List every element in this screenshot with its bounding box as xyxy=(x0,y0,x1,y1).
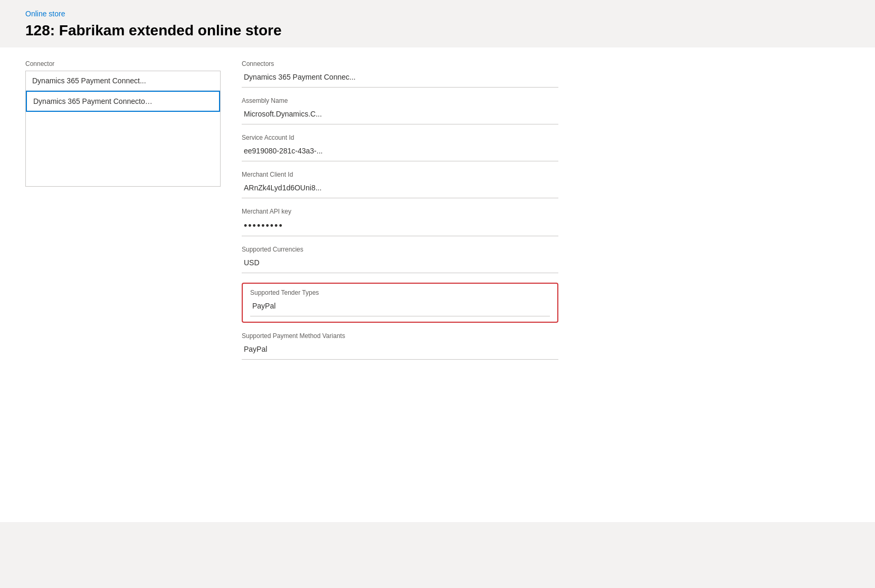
connector-list: Dynamics 365 Payment Connect... Dynamics… xyxy=(25,71,221,187)
field-value-merchant-api-key: ••••••••• xyxy=(242,217,558,236)
field-supported-payment-method-variants: Supported Payment Method Variants PayPal xyxy=(242,332,558,360)
field-value-supported-currencies: USD xyxy=(242,255,558,273)
field-label-supported-currencies: Supported Currencies xyxy=(242,246,558,253)
field-label-assembly-name: Assembly Name xyxy=(242,97,558,104)
breadcrumb[interactable]: Online store xyxy=(25,9,65,18)
field-value-merchant-client-id: ARnZk4Lyd1d6OUni8... xyxy=(242,180,558,198)
field-label-supported-tender-types: Supported Tender Types xyxy=(250,289,550,296)
header-area: Online store 128: Fabrikam extended onli… xyxy=(0,0,875,39)
field-merchant-client-id: Merchant Client Id ARnZk4Lyd1d6OUni8... xyxy=(242,171,558,198)
field-label-merchant-client-id: Merchant Client Id xyxy=(242,171,558,178)
field-value-supported-payment-method-variants: PayPal xyxy=(242,342,558,360)
field-supported-currencies: Supported Currencies USD xyxy=(242,246,558,273)
field-assembly-name: Assembly Name Microsoft.Dynamics.C... xyxy=(242,97,558,124)
page-wrapper: Online store 128: Fabrikam extended onli… xyxy=(0,0,875,588)
page-title: 128: Fabrikam extended online store xyxy=(25,22,850,39)
field-merchant-api-key: Merchant API key ••••••••• xyxy=(242,208,558,236)
left-panel: Connector Dynamics 365 Payment Connect..… xyxy=(25,60,221,497)
connector-label: Connector xyxy=(25,60,221,68)
field-label-service-account-id: Service Account Id xyxy=(242,134,558,141)
field-value-assembly-name: Microsoft.Dynamics.C... xyxy=(242,107,558,124)
field-value-supported-tender-types: PayPal xyxy=(250,298,550,316)
list-item[interactable]: Dynamics 365 Payment Connecto… xyxy=(26,91,220,112)
field-connectors: Connectors Dynamics 365 Payment Connec..… xyxy=(242,60,558,88)
right-panel: Connectors Dynamics 365 Payment Connec..… xyxy=(242,60,558,497)
field-label-merchant-api-key: Merchant API key xyxy=(242,208,558,215)
content-area: Connector Dynamics 365 Payment Connect..… xyxy=(0,47,875,522)
field-service-account-id: Service Account Id ee919080-281c-43a3-..… xyxy=(242,134,558,161)
list-item[interactable]: Dynamics 365 Payment Connect... xyxy=(26,71,220,91)
field-supported-tender-types-highlighted: Supported Tender Types PayPal xyxy=(242,283,558,323)
field-value-service-account-id: ee919080-281c-43a3-... xyxy=(242,143,558,161)
field-value-connectors: Dynamics 365 Payment Connec... xyxy=(242,70,558,88)
field-label-supported-payment-method-variants: Supported Payment Method Variants xyxy=(242,332,558,340)
field-label-connectors: Connectors xyxy=(242,60,558,68)
